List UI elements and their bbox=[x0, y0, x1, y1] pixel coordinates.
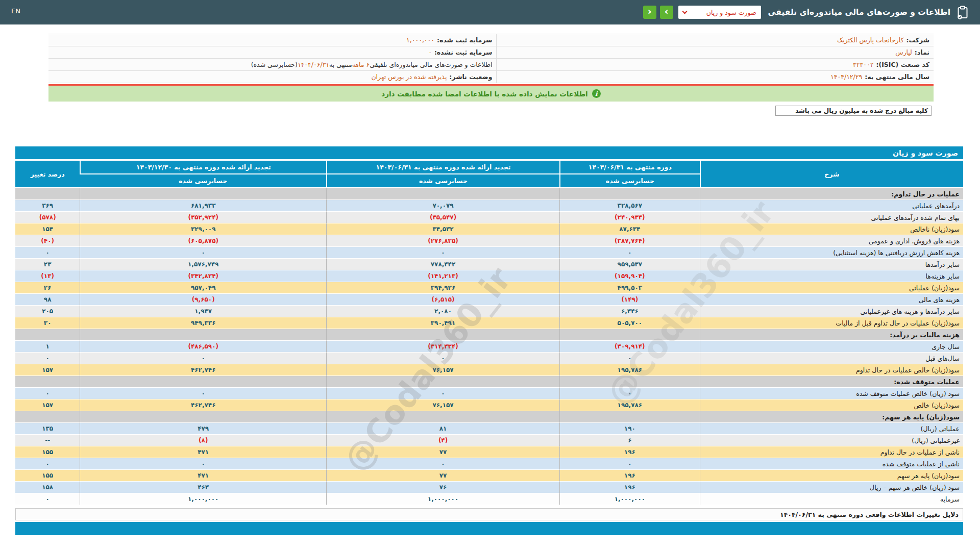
value-restated-mid-period: ۷۷ bbox=[326, 446, 559, 458]
registered-capital-value: ۱,۰۰۰,۰۰۰ bbox=[406, 36, 434, 44]
value-current-period: ۱۹۶ bbox=[559, 482, 700, 493]
value-current-period: (۱۴۹) bbox=[559, 294, 700, 306]
value-current-period: ۱۹۵,۷۸۶ bbox=[559, 364, 700, 376]
value-restated-year-period: ۳۲۹,۰۰۹ bbox=[80, 223, 326, 235]
value-restated-year-period: ۴۶۲,۷۴۶ bbox=[80, 364, 326, 376]
section-label: عملیات در حال تداوم: bbox=[700, 188, 963, 200]
empty-cell bbox=[80, 188, 326, 200]
section-label: هزینه مالیات بر درآمد: bbox=[700, 329, 963, 341]
table-row: سرمایه۱,۰۰۰,۰۰۰۱,۰۰۰,۰۰۰۱,۰۰۰,۰۰۰۰ bbox=[15, 493, 963, 505]
company-name-link[interactable]: کارخانجات پارس الکتریک bbox=[837, 36, 904, 44]
previous-statement-button[interactable]: ‹ bbox=[643, 6, 656, 19]
audited-label: حسابرسی شده bbox=[80, 174, 326, 188]
value-change-percent: ۲۶ bbox=[15, 282, 80, 294]
value-change-percent: ۰ bbox=[15, 247, 80, 259]
income-statement-section: صورت سود و زیان شرح دوره منتهی به ۱۴۰۴/۰… bbox=[15, 146, 963, 505]
table-row: ناشی از عملیات متوقف شده۰۰۰۰ bbox=[15, 458, 963, 470]
value-change-percent: ۳۶۹ bbox=[15, 200, 80, 212]
value-restated-mid-period: (۲۷۶,۸۳۵) bbox=[326, 235, 559, 247]
value-restated-year-period: (۳۴۲,۸۳۴) bbox=[80, 270, 326, 282]
next-statement-button[interactable]: › bbox=[660, 6, 673, 19]
row-label: غیرعملیاتی (ریال) bbox=[700, 435, 963, 446]
value-change-percent: (۱۳) bbox=[15, 270, 80, 282]
value-change-percent: ۲۳ bbox=[15, 259, 80, 270]
value-restated-mid-period: ۳۴,۵۳۲ bbox=[326, 223, 559, 235]
value-change-percent: ۱۵۵ bbox=[15, 470, 80, 482]
page-title: اطلاعات و صورت‌های مالی میاندوره‌ای تلفی… bbox=[768, 8, 950, 17]
row-label: سود(زیان) خالص bbox=[700, 399, 963, 411]
empty-cell bbox=[15, 376, 80, 388]
empty-cell bbox=[15, 188, 80, 200]
value-restated-year-period: (۴۸۶,۵۹۰) bbox=[80, 341, 326, 353]
value-current-period: ۴۹۹,۵۰۳ bbox=[559, 282, 700, 294]
table-row: سود (زیان) خالص عملیات متوقف شده۰۰۰۰ bbox=[15, 388, 963, 399]
value-restated-year-period: ۰ bbox=[80, 458, 326, 470]
table-row: هزینه های فروش، اداری و عمومی(۳۸۷,۷۶۴)(۲… bbox=[15, 235, 963, 247]
empty-cell bbox=[80, 376, 326, 388]
section-header-row: سود(زیان) پایه هر سهم: bbox=[15, 411, 963, 423]
value-current-period: ۶ bbox=[559, 435, 700, 446]
section-header-row: عملیات متوقف شده: bbox=[15, 376, 963, 388]
value-current-period: ۹۵۹,۵۳۷ bbox=[559, 259, 700, 270]
row-label: سایر درآمدها bbox=[700, 259, 963, 270]
chevron-down-icon bbox=[682, 9, 687, 14]
empty-cell bbox=[559, 376, 700, 388]
value-change-percent: (۴۰) bbox=[15, 235, 80, 247]
report-period-mid: منتهی به bbox=[329, 61, 352, 68]
table-row: ناشی از عملیات در حال تداوم۱۹۶۷۷۴۷۱۱۵۵ bbox=[15, 446, 963, 458]
symbol-link[interactable]: لپارس bbox=[895, 48, 912, 56]
value-current-period: ۰ bbox=[559, 458, 700, 470]
row-label: بهای تمام شده درآمدهای عملیاتی bbox=[700, 212, 963, 223]
statement-title-bar: صورت سود و زیان bbox=[15, 146, 963, 159]
audited-label: حسابرسی شده bbox=[559, 174, 700, 188]
value-restated-year-period: ۴۷۱ bbox=[80, 470, 326, 482]
top-header-bar: اطلاعات و صورت‌های مالی میاندوره‌ای تلفی… bbox=[0, 0, 980, 24]
row-label: سود(زیان) خالص عملیات در حال تداوم bbox=[700, 364, 963, 376]
row-label: سود (زیان) خالص هر سهم – ریال bbox=[700, 482, 963, 493]
value-change-percent: ۲۰۵ bbox=[15, 306, 80, 317]
value-change-percent: ۱۵۴ bbox=[15, 223, 80, 235]
report-type-dropdown[interactable]: صورت سود و زیان bbox=[678, 6, 761, 19]
empty-cell bbox=[15, 411, 80, 423]
section-label: عملیات متوقف شده: bbox=[700, 376, 963, 388]
empty-cell bbox=[80, 329, 326, 341]
english-language-link[interactable]: EN bbox=[11, 7, 20, 15]
report-period-suffix: (حسابرسی شده) bbox=[251, 61, 298, 68]
table-row: عملیاتی (ریال)۱۹۰۸۱۴۷۹۱۳۵ bbox=[15, 423, 963, 435]
value-change-percent: (۵۷۸) bbox=[15, 212, 80, 223]
table-row: سود(زیان) پایه هر سهم۱۹۶۷۷۴۷۱۱۵۵ bbox=[15, 470, 963, 482]
value-change-percent: ۰ bbox=[15, 353, 80, 364]
units-note-box: کلیه مبالغ درج شده به میلیون ریال می باش… bbox=[775, 106, 932, 116]
row-label: سال‌های قبل bbox=[700, 353, 963, 364]
table-header-row: شرح دوره منتهی به ۱۴۰۴/۰۶/۳۱ تجدید ارائه… bbox=[15, 161, 963, 174]
row-label: سال جاری bbox=[700, 341, 963, 353]
value-restated-mid-period: ۰ bbox=[326, 247, 559, 259]
value-current-period: ۱,۰۰۰,۰۰۰ bbox=[559, 493, 700, 505]
value-restated-mid-period: ۰ bbox=[326, 388, 559, 399]
value-change-percent: ۳۰ bbox=[15, 317, 80, 329]
column-header-change-percent: درصد تغییر bbox=[15, 161, 80, 188]
info-row-company-capital: شرکت: کارخانجات پارس الکتریک سرمایه ثبت … bbox=[48, 34, 934, 46]
value-current-period: ۰ bbox=[559, 353, 700, 364]
value-current-period: ۵۰۵,۷۰۰ bbox=[559, 317, 700, 329]
value-restated-year-period: ۹۵۷,۰۴۹ bbox=[80, 282, 326, 294]
value-restated-mid-period: ۸۱ bbox=[326, 423, 559, 435]
value-restated-year-period: ۴۷۹ bbox=[80, 423, 326, 435]
value-restated-year-period: ۰ bbox=[80, 247, 326, 259]
value-restated-mid-period: (۶,۵۱۵) bbox=[326, 294, 559, 306]
row-label: ناشی از عملیات در حال تداوم bbox=[700, 446, 963, 458]
value-restated-mid-period: ۰ bbox=[326, 458, 559, 470]
table-row: سود(زیان) خالص عملیات در حال تداوم۱۹۵,۷۸… bbox=[15, 364, 963, 376]
audited-label: حسابرسی شده bbox=[326, 174, 559, 188]
value-change-percent: ۰ bbox=[15, 388, 80, 399]
value-restated-mid-period: ۷۷۸,۴۴۲ bbox=[326, 259, 559, 270]
report-period-date: ۱۴۰۴/۰۶/۳۱ bbox=[298, 61, 329, 68]
fiscal-year-label: سال مالی منتهی به: bbox=[865, 73, 929, 81]
symbol-label: نماد: bbox=[915, 48, 929, 56]
value-restated-year-period: ۴۶۳ bbox=[80, 482, 326, 493]
column-header-restated-mid: تجدید ارائه شده دوره منتهی به ۱۴۰۳/۰۶/۳۱ bbox=[326, 161, 559, 174]
row-label: عملیاتی (ریال) bbox=[700, 423, 963, 435]
table-row: سال جاری(۳۰۹,۹۱۴)(۳۱۴,۳۳۴)(۴۸۶,۵۹۰)۱ bbox=[15, 341, 963, 353]
empty-cell bbox=[559, 411, 700, 423]
empty-cell bbox=[326, 188, 559, 200]
